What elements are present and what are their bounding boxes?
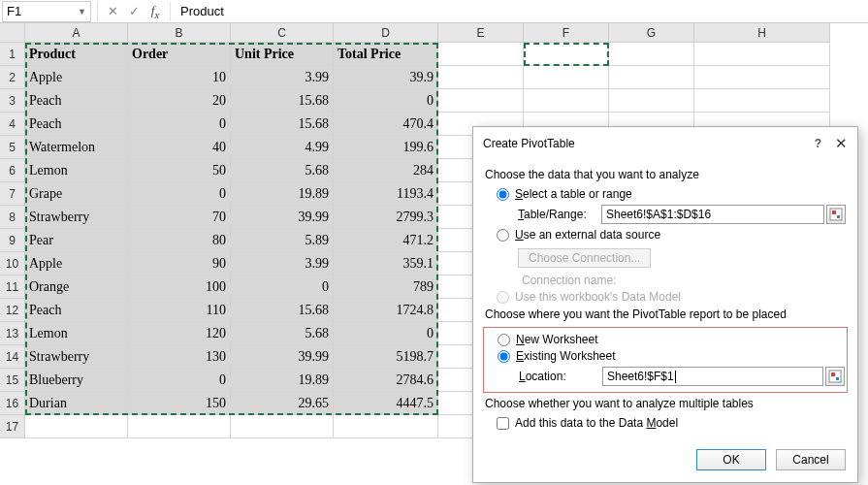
- cell[interactable]: Total Price: [334, 43, 438, 66]
- cell[interactable]: 39.99: [231, 206, 334, 229]
- cell[interactable]: Durian: [25, 392, 128, 415]
- col-header-D[interactable]: D: [334, 23, 438, 43]
- cell[interactable]: Peach: [25, 299, 128, 322]
- col-header-C[interactable]: C: [231, 23, 334, 43]
- col-header-A[interactable]: A: [25, 23, 128, 43]
- fx-icon[interactable]: fx: [145, 3, 166, 20]
- cell[interactable]: 15.68: [231, 113, 334, 136]
- cell[interactable]: 789: [334, 275, 438, 299]
- row-header[interactable]: 3: [0, 89, 25, 113]
- cell[interactable]: 3.99: [231, 66, 334, 89]
- cell[interactable]: [524, 66, 609, 89]
- cell[interactable]: 40: [128, 136, 231, 159]
- cell[interactable]: Grape: [25, 182, 128, 206]
- radio-new-worksheet-input[interactable]: [498, 334, 510, 346]
- cell[interactable]: 5198.7: [334, 345, 438, 369]
- cell[interactable]: [694, 43, 830, 66]
- radio-select-table-input[interactable]: [497, 188, 509, 201]
- cell[interactable]: 10: [128, 66, 231, 89]
- accept-formula-icon[interactable]: ✓: [123, 4, 145, 18]
- cell[interactable]: 110: [128, 299, 231, 322]
- row-header[interactable]: 4: [0, 113, 25, 136]
- row-header[interactable]: 14: [0, 345, 25, 369]
- cell[interactable]: 0: [128, 113, 231, 136]
- cell[interactable]: [231, 415, 334, 438]
- row-header[interactable]: 6: [0, 159, 25, 182]
- cell[interactable]: 470.4: [334, 113, 438, 136]
- cell[interactable]: 15.68: [231, 89, 334, 113]
- row-header[interactable]: 15: [0, 369, 25, 392]
- location-input[interactable]: Sheet6!$F$1: [602, 367, 823, 386]
- col-header-B[interactable]: B: [128, 23, 231, 43]
- cell[interactable]: [524, 43, 609, 66]
- cell[interactable]: 150: [128, 392, 231, 415]
- cell[interactable]: 2784.6: [334, 369, 438, 392]
- cell[interactable]: 120: [128, 322, 231, 345]
- location-range-picker-icon[interactable]: [825, 367, 845, 386]
- cell[interactable]: Watermelon: [25, 136, 128, 159]
- cell[interactable]: 0: [334, 89, 438, 113]
- cell[interactable]: [694, 89, 830, 113]
- cell[interactable]: Peach: [25, 89, 128, 113]
- table-range-input[interactable]: Sheet6!$A$1:$D$16: [601, 205, 824, 224]
- cell[interactable]: 0: [334, 322, 438, 345]
- formula-content[interactable]: Product: [175, 4, 868, 18]
- cell[interactable]: 0: [128, 182, 231, 206]
- cell[interactable]: Unit Price: [231, 43, 334, 66]
- col-header-H[interactable]: H: [694, 23, 830, 43]
- radio-external-source[interactable]: Use an external data source: [497, 228, 846, 242]
- cell[interactable]: [438, 66, 524, 89]
- cell[interactable]: 39.9: [334, 66, 438, 89]
- cell[interactable]: [438, 89, 524, 113]
- cell[interactable]: 0: [231, 275, 334, 299]
- cell[interactable]: Strawberry: [25, 345, 128, 369]
- cell[interactable]: [438, 43, 524, 66]
- radio-select-table[interactable]: Select a table or range: [497, 187, 846, 201]
- row-header[interactable]: 10: [0, 252, 25, 275]
- ok-button[interactable]: OK: [696, 449, 766, 470]
- row-header[interactable]: 12: [0, 299, 25, 322]
- help-icon[interactable]: ?: [815, 137, 821, 150]
- dialog-titlebar[interactable]: Create PivotTable ? ✕: [473, 127, 857, 160]
- cancel-formula-icon[interactable]: ✕: [102, 4, 123, 18]
- row-header[interactable]: 2: [0, 66, 25, 89]
- cell[interactable]: Peach: [25, 113, 128, 136]
- row-header[interactable]: 8: [0, 206, 25, 229]
- cell[interactable]: Strawberry: [25, 206, 128, 229]
- cell[interactable]: 5.68: [231, 322, 334, 345]
- cell[interactable]: 90: [128, 252, 231, 275]
- chevron-down-icon[interactable]: ▼: [78, 7, 86, 16]
- radio-new-worksheet[interactable]: New Worksheet: [498, 333, 845, 346]
- cell[interactable]: Apple: [25, 252, 128, 275]
- cell[interactable]: 5.68: [231, 159, 334, 182]
- chk-add-to-model[interactable]: Add this data to the Data Model: [497, 416, 846, 430]
- col-header-E[interactable]: E: [438, 23, 524, 43]
- cell[interactable]: 1724.8: [334, 299, 438, 322]
- cell[interactable]: [25, 415, 128, 438]
- row-header[interactable]: 7: [0, 182, 25, 206]
- cell[interactable]: [609, 43, 694, 66]
- cell[interactable]: 4.99: [231, 136, 334, 159]
- row-header[interactable]: 1: [0, 43, 25, 66]
- cell[interactable]: Order: [128, 43, 231, 66]
- cell[interactable]: 29.65: [231, 392, 334, 415]
- cell[interactable]: [334, 415, 438, 438]
- cell[interactable]: Lemon: [25, 322, 128, 345]
- cell[interactable]: 19.89: [231, 182, 334, 206]
- cell[interactable]: 19.89: [231, 369, 334, 392]
- cell[interactable]: 0: [128, 369, 231, 392]
- cell[interactable]: [694, 66, 830, 89]
- cell[interactable]: 20: [128, 89, 231, 113]
- cell[interactable]: Blueberry: [25, 369, 128, 392]
- cell[interactable]: [128, 415, 231, 438]
- cell[interactable]: 4447.5: [334, 392, 438, 415]
- cell[interactable]: 5.89: [231, 229, 334, 252]
- row-header[interactable]: 9: [0, 229, 25, 252]
- cell[interactable]: 1193.4: [334, 182, 438, 206]
- name-box[interactable]: F1 ▼: [2, 1, 91, 22]
- cell[interactable]: 39.99: [231, 345, 334, 369]
- row-header[interactable]: 5: [0, 136, 25, 159]
- cell[interactable]: 50: [128, 159, 231, 182]
- cell[interactable]: 3.99: [231, 252, 334, 275]
- radio-existing-worksheet[interactable]: Existing Worksheet: [498, 349, 845, 363]
